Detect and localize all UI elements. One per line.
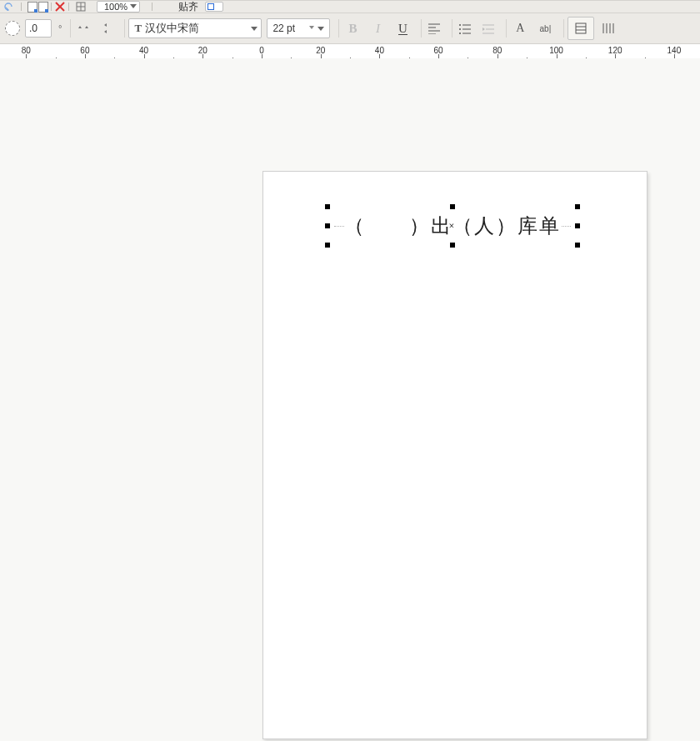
rotation-value-input[interactable]	[25, 19, 52, 38]
grid-icon[interactable]	[72, 1, 90, 13]
align-left-button[interactable]	[425, 19, 443, 38]
separator	[338, 19, 339, 38]
canvas[interactable]: （ ）出（人）库单 ×	[0, 58, 700, 741]
snap-options-dropdown[interactable]	[205, 2, 223, 12]
underline-button[interactable]: U	[392, 19, 412, 38]
close-icon[interactable]	[54, 2, 66, 12]
separator	[563, 19, 564, 38]
text-icon: T	[134, 22, 142, 35]
separator	[421, 19, 422, 38]
page[interactable]	[262, 171, 648, 739]
zoom-level-combo[interactable]: 100%	[97, 1, 140, 13]
columns-button[interactable]	[599, 19, 618, 38]
drop-cap-button[interactable]: A	[510, 19, 530, 38]
separator	[21, 3, 22, 11]
font-size-combo[interactable]: 22 pt	[267, 18, 330, 38]
text-frame-columns-button[interactable]	[568, 17, 594, 40]
degree-icon: °	[58, 23, 62, 33]
page-layout-buttons[interactable]	[28, 2, 48, 13]
indent-button[interactable]	[479, 19, 498, 38]
text-frame[interactable]: （ ）出（人）库单 ×	[328, 207, 578, 245]
separator	[452, 19, 452, 38]
top-toolbar: 100% 贴齐	[0, 0, 700, 13]
svg-point-13	[459, 33, 461, 34]
svg-point-11	[459, 28, 461, 30]
bulleted-list-button[interactable]	[456, 19, 474, 38]
separator	[152, 3, 152, 11]
separator	[68, 3, 69, 11]
snap-label[interactable]: 贴齐	[178, 0, 198, 14]
insert-symbol-button[interactable]: ab|	[535, 19, 555, 38]
mirror-horizontal-icon[interactable]	[74, 19, 92, 38]
svg-point-9	[459, 24, 461, 26]
mirror-vertical-icon[interactable]	[98, 19, 116, 38]
text-toolbar: ° T 汉仪中宋简 22 pt B I U A ab|	[0, 13, 700, 44]
undo-button[interactable]	[0, 1, 18, 13]
separator	[70, 19, 71, 38]
separator	[124, 19, 125, 38]
separator	[506, 19, 507, 38]
font-family-value: 汉仪中宋简	[145, 21, 199, 36]
font-family-combo[interactable]: T 汉仪中宋简	[128, 18, 262, 38]
bold-button[interactable]: B	[342, 19, 362, 38]
italic-button[interactable]: I	[368, 19, 388, 38]
rotation-indicator-icon[interactable]	[5, 21, 20, 36]
font-size-value: 22 pt	[272, 23, 295, 34]
separator	[51, 3, 52, 11]
center-marker-icon[interactable]: ×	[448, 222, 457, 230]
zoom-value: 100%	[104, 2, 128, 12]
svg-rect-18	[576, 23, 586, 33]
